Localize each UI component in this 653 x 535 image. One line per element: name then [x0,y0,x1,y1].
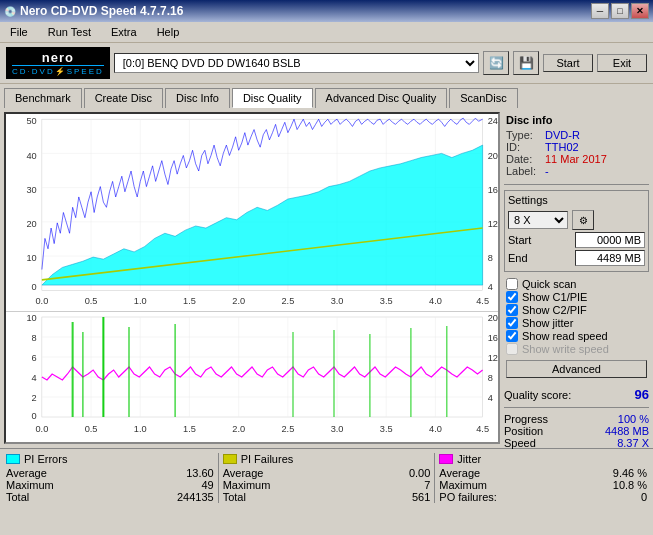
svg-text:2.5: 2.5 [281,424,294,434]
svg-text:0.0: 0.0 [35,296,48,306]
refresh-icon-button[interactable]: 🔄 [483,51,509,75]
quickscan-label: Quick scan [522,278,576,290]
jitter-po-label: PO failures: [439,491,496,503]
jitter-po-val: 0 [641,491,647,503]
title-bar-left: 💿 Nero CD-DVD Speed 4.7.7.16 [4,4,183,18]
speed-selector[interactable]: 8 X 4 X 2 X MAX [508,211,568,229]
minimize-button[interactable]: ─ [591,3,609,19]
disc-type-value: DVD-R [545,129,580,141]
advanced-button[interactable]: Advanced [506,360,647,378]
tab-discinfo[interactable]: Disc Info [165,88,230,108]
svg-text:16: 16 [488,185,498,195]
speed-settings-icon[interactable]: ⚙ [572,210,594,230]
start-button[interactable]: Start [543,54,593,72]
svg-text:0.5: 0.5 [85,296,98,306]
maximize-button[interactable]: □ [611,3,629,19]
pi-failures-max-label: Maximum [223,479,271,491]
showwritespeed-label: Show write speed [522,343,609,355]
menu-help[interactable]: Help [151,24,186,40]
checkboxes-section: Quick scan Show C1/PIE Show C2/PIF Show … [504,275,649,380]
svg-text:3.0: 3.0 [331,296,344,306]
showc2pif-checkbox[interactable] [506,304,518,316]
tab-advanceddiscquality[interactable]: Advanced Disc Quality [315,88,448,108]
pi-errors-header: PI Errors [6,453,214,465]
showreadspeed-label: Show read speed [522,330,608,342]
svg-text:2.5: 2.5 [281,296,294,306]
stats-bar: PI Errors Average 13.60 Maximum 49 Total… [0,448,653,507]
svg-text:30: 30 [26,185,36,195]
settings-title: Settings [508,194,645,206]
svg-text:1.0: 1.0 [134,296,147,306]
tab-benchmark[interactable]: Benchmark [4,88,82,108]
svg-text:2.0: 2.0 [232,424,245,434]
quickscan-row: Quick scan [506,278,647,290]
jitter-avg-label: Average [439,467,480,479]
jitter-avg-val: 9.46 % [613,467,647,479]
showjitter-row: Show jitter [506,317,647,329]
drive-selector[interactable]: [0:0] BENQ DVD DD DW1640 BSLB [114,53,479,73]
position-row: Position 4488 MB [504,425,649,437]
svg-text:4.0: 4.0 [429,296,442,306]
start-mb-row: Start 0000 MB [508,232,645,248]
divider-1 [218,453,219,503]
disc-label-label: Label: [506,165,541,177]
chart-area: 50 40 30 20 10 0 24 20 16 12 8 4 0.0 0.5… [4,112,500,444]
title-bar-controls: ─ □ ✕ [591,3,649,19]
title-bar: 💿 Nero CD-DVD Speed 4.7.7.16 ─ □ ✕ [0,0,653,22]
pi-failures-avg: Average 0.00 [223,467,431,479]
menu-runtest[interactable]: Run Test [42,24,97,40]
pi-failures-total-val: 561 [412,491,430,503]
showc1pie-row: Show C1/PIE [506,291,647,303]
end-input[interactable]: 4489 MB [575,250,645,266]
tab-createdisc[interactable]: Create Disc [84,88,163,108]
speed-label: Speed [504,437,536,449]
tabs-container: Benchmark Create Disc Disc Info Disc Qua… [4,88,649,108]
disc-date-value: 11 Mar 2017 [545,153,607,165]
jitter-max: Maximum 10.8 % [439,479,647,491]
disc-date-row: Date: 11 Mar 2017 [506,153,647,165]
tab-bar: Benchmark Create Disc Disc Info Disc Qua… [0,84,653,108]
pi-failures-total-label: Total [223,491,246,503]
save-icon-button[interactable]: 💾 [513,51,539,75]
disc-id-label: ID: [506,141,541,153]
menu-extra[interactable]: Extra [105,24,143,40]
svg-text:1.5: 1.5 [183,424,196,434]
exit-button[interactable]: Exit [597,54,647,72]
showreadspeed-checkbox[interactable] [506,330,518,342]
tab-scandisc[interactable]: ScanDisc [449,88,517,108]
close-button[interactable]: ✕ [631,3,649,19]
svg-text:10: 10 [26,253,36,263]
disc-label-row: Label: - [506,165,647,177]
position-value: 4488 MB [605,425,649,437]
pi-failures-label: PI Failures [241,453,294,465]
showc1pie-checkbox[interactable] [506,291,518,303]
svg-text:2.0: 2.0 [232,296,245,306]
disc-type-label: Type: [506,129,541,141]
start-input[interactable]: 0000 MB [575,232,645,248]
pi-errors-max: Maximum 49 [6,479,214,491]
svg-text:3.5: 3.5 [380,424,393,434]
svg-text:3.0: 3.0 [331,424,344,434]
bottom-chart: 10 8 6 4 2 0 20 16 12 8 4 0.0 0.5 1.0 1.… [6,312,498,442]
pi-errors-avg-val: 13.60 [186,467,214,479]
jitter-max-label: Maximum [439,479,487,491]
progress-row: Progress 100 % [504,413,649,425]
svg-text:0: 0 [32,411,37,421]
start-label: Start [508,234,531,246]
main-content: 50 40 30 20 10 0 24 20 16 12 8 4 0.0 0.5… [0,108,653,448]
jitter-po: PO failures: 0 [439,491,647,503]
jitter-label: Jitter [457,453,481,465]
pi-errors-total-val: 244135 [177,491,214,503]
svg-text:8: 8 [32,333,37,343]
svg-text:0: 0 [32,282,37,292]
disc-date-label: Date: [506,153,541,165]
svg-text:4: 4 [32,373,37,383]
pi-errors-total: Total 244135 [6,491,214,503]
tab-discquality[interactable]: Disc Quality [232,88,313,108]
disc-info-title: Disc info [506,114,647,126]
showjitter-checkbox[interactable] [506,317,518,329]
progress-label: Progress [504,413,548,425]
menu-file[interactable]: File [4,24,34,40]
disc-id-row: ID: TTH02 [506,141,647,153]
quickscan-checkbox[interactable] [506,278,518,290]
